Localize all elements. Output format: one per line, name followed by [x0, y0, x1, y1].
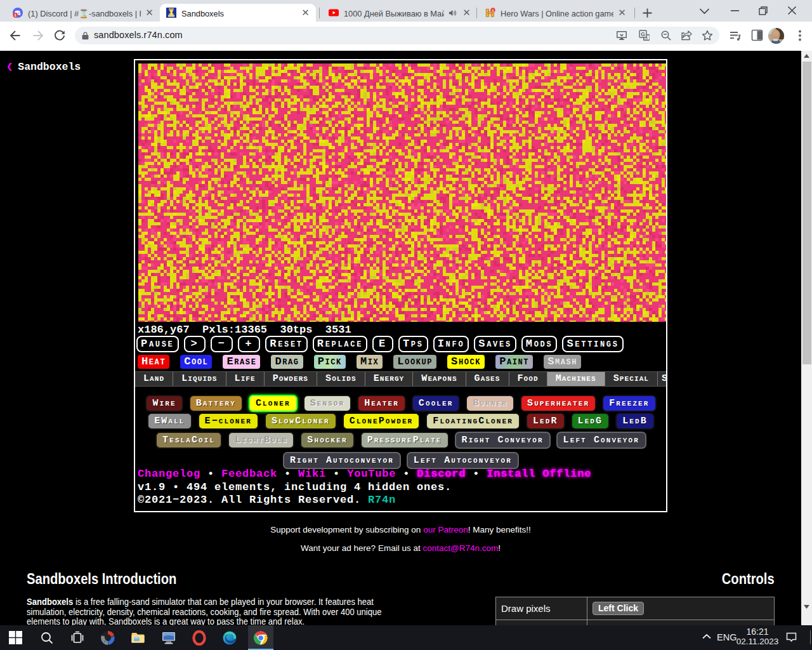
- svg-text:1: 1: [14, 13, 16, 17]
- svg-text:G: G: [641, 31, 645, 37]
- svg-text:1: 1: [492, 8, 494, 13]
- svg-text:x: x: [645, 35, 648, 41]
